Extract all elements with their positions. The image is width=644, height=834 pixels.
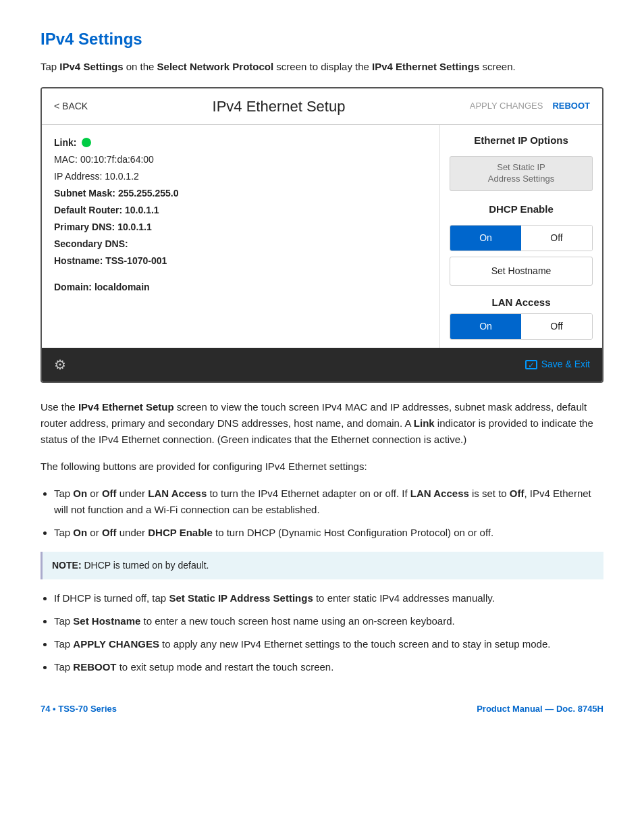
subnet-row: Subnet Mask: 255.255.255.0 [54, 186, 427, 201]
lan-off-button[interactable]: Off [521, 314, 592, 339]
intro-text-mid: on the [124, 61, 157, 72]
link-status-dot [82, 138, 91, 147]
screen-title: IPv4 Ethernet Setup [88, 95, 470, 118]
link-label: Link: [54, 136, 76, 150]
bullet-item-3: If DHCP is turned off, tap Set Static IP… [54, 590, 603, 606]
eth-ip-options-label: Ethernet IP Options [450, 133, 593, 149]
header-actions: APPLY CHANGES REBOOT [470, 99, 590, 113]
bullet-item-6: Tap REBOOT to exit setup mode and restar… [54, 659, 603, 675]
intro-paragraph: Tap IPv4 Settings on the Select Network … [41, 59, 603, 75]
device-screen-mockup: < BACK IPv4 Ethernet Setup APPLY CHANGES… [41, 87, 603, 383]
set-hostname-button[interactable]: Set Hostname [450, 257, 593, 286]
body-para1: Use the IPv4 Ethernet Setup screen to vi… [41, 399, 603, 448]
intro-tail: screen. [479, 61, 515, 72]
page-title: IPv4 Settings [41, 27, 603, 51]
lan-section: LAN Access On Off [450, 295, 593, 340]
reboot-button[interactable]: REBOOT [552, 99, 590, 113]
back-button[interactable]: < BACK [54, 99, 88, 113]
dhcp-enable-label: DHCP Enable [450, 202, 593, 217]
domain-row: Domain: localdomain [54, 280, 427, 294]
bullet-item-2: Tap On or Off under DHCP Enable to turn … [54, 525, 603, 541]
primary-dns-row: Primary DNS: 10.0.1.1 [54, 220, 427, 234]
intro-bold-3: IPv4 Ethernet Settings [372, 61, 479, 72]
gear-icon[interactable]: ⚙ [54, 355, 66, 375]
intro-text-start: Tap [41, 61, 59, 72]
screen-right-panel: Ethernet IP Options Set Static IP Addres… [440, 125, 602, 348]
dhcp-on-button[interactable]: On [450, 226, 521, 251]
save-exit-label: Save & Exit [541, 357, 590, 371]
bullet-item-4: Tap Set Hostname to enter a new touch sc… [54, 613, 603, 629]
apply-changes-button[interactable]: APPLY CHANGES [470, 99, 543, 113]
save-exit-icon [525, 360, 537, 369]
note-text: DHCP is turned on by default. [82, 560, 209, 571]
dhcp-off-button[interactable]: Off [521, 226, 592, 251]
secondary-dns-row: Secondary DNS: [54, 237, 427, 251]
bullet-list-2: If DHCP is turned off, tap Set Static IP… [54, 590, 603, 675]
bullet-item-1: Tap On or Off under LAN Access to turn t… [54, 486, 603, 518]
hostname-row: Hostname: TSS-1070-001 [54, 254, 427, 268]
ip-row: IP Address: 10.0.1.2 [54, 170, 427, 184]
screen-left-panel: Link: MAC: 00:10:7f:da:64:00 IP Address:… [42, 125, 440, 348]
lan-on-button[interactable]: On [450, 314, 521, 339]
dhcp-toggle[interactable]: On Off [450, 225, 593, 251]
intro-text-end: screen to display the [273, 61, 372, 72]
note-box: NOTE: DHCP is turned on by default. [41, 552, 603, 579]
set-static-ip-button[interactable]: Set Static IP Address Settings [450, 156, 593, 191]
screen-footer: ⚙ Save & Exit [42, 348, 602, 382]
lan-toggle[interactable]: On Off [450, 313, 593, 340]
mac-row: MAC: 00:10:7f:da:64:00 [54, 153, 427, 167]
page-footer: 74 • TSS-70 Series Product Manual — Doc.… [41, 702, 603, 716]
note-label: NOTE: [52, 560, 82, 571]
screen-header: < BACK IPv4 Ethernet Setup APPLY CHANGES… [42, 88, 602, 125]
link-row: Link: [54, 136, 427, 150]
bullet-list: Tap On or Off under LAN Access to turn t… [54, 486, 603, 541]
intro-bold-2: Select Network Protocol [157, 61, 274, 72]
body-para2: The following buttons are provided for c… [41, 459, 603, 475]
default-router-row: Default Router: 10.0.1.1 [54, 203, 427, 217]
footer-left: 74 • TSS-70 Series [41, 702, 117, 716]
screen-body: Link: MAC: 00:10:7f:da:64:00 IP Address:… [42, 125, 602, 348]
intro-bold-1: IPv4 Settings [59, 61, 123, 72]
lan-access-label: LAN Access [450, 295, 593, 311]
bullet-item-5: Tap APPLY CHANGES to apply any new IPv4 … [54, 636, 603, 652]
footer-right: Product Manual — Doc. 8745H [477, 702, 603, 716]
save-exit-button[interactable]: Save & Exit [525, 357, 590, 371]
